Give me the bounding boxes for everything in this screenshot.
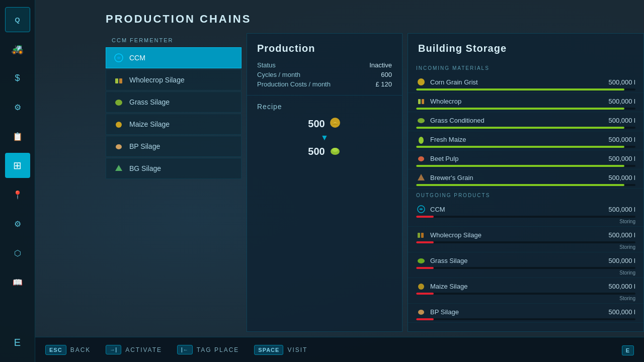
- tag-place-label: TAG PLACE: [197, 346, 239, 353]
- bp-silage-icon: [113, 141, 124, 152]
- page-title: PRODUCTION CHAINS: [35, 0, 644, 33]
- ccm-out-bar-fill: [416, 216, 434, 218]
- sidebar-item-production[interactable]: ⊞: [5, 153, 30, 178]
- svg-rect-1: [115, 78, 118, 83]
- storage-item-row: Grass Conditioned 500,000 l: [416, 115, 635, 125]
- storage-outgoing-wholecrop-silage: Wholecrop Silage 500,000 l Storing: [408, 227, 643, 252]
- incoming-label: INCOMING MATERIALS: [408, 61, 643, 74]
- svg-point-20: [418, 258, 425, 263]
- tag-place-action[interactable]: |← TAG PLACE: [177, 345, 239, 354]
- wholecrop-icon: [113, 74, 124, 85]
- chain-item-grass-silage[interactable]: Grass Silage: [106, 92, 242, 113]
- storage-item-row: Corn Grain Grist 500,000 l: [416, 77, 635, 87]
- chain-item-bp-silage[interactable]: BP Silage: [106, 136, 242, 157]
- maize-silage-out-name: Maize Silage: [430, 283, 467, 290]
- storage-item-left: Wholecrop: [416, 96, 461, 106]
- grass-silage-icon: [113, 97, 124, 108]
- grass-silage-out-name: Grass Silage: [430, 257, 467, 264]
- grass-silage-out-amount: 500,000 l: [609, 257, 636, 264]
- maize-silage-storing-label: Storing: [416, 296, 635, 301]
- building-storage-panel: Building Storage INCOMING MATERIALS Corn…: [408, 33, 644, 332]
- chain-item-wholecrop-silage[interactable]: Wholecrop Silage: [106, 69, 242, 90]
- storage-incoming-corn-grain: Corn Grain Grist 500,000 l: [408, 74, 643, 93]
- esc-key: ESC: [45, 345, 66, 355]
- sidebar-item-info[interactable]: 📖: [5, 269, 30, 295]
- status-row: Status Inactive: [257, 61, 392, 69]
- sidebar-item-quest[interactable]: Q: [5, 7, 30, 32]
- production-panel-title: Production: [247, 34, 402, 61]
- beet-pulp-icon: [416, 153, 426, 163]
- chain-item-ccm[interactable]: CCM: [106, 47, 242, 68]
- status-value: Inactive: [369, 61, 392, 69]
- e-key[interactable]: E: [622, 345, 634, 355]
- costs-label: Production Costs / month: [257, 80, 331, 88]
- left-panel: CCM FERMENTER CCM Wholecrop Silage: [106, 33, 242, 332]
- sidebar-item-tools[interactable]: ⚙: [5, 211, 30, 236]
- svg-rect-18: [418, 233, 420, 238]
- sidebar-item-map[interactable]: 📍: [5, 182, 30, 207]
- sidebar-item-farm[interactable]: 🚜: [5, 36, 30, 61]
- storage-title: Building Storage: [408, 34, 643, 61]
- svg-point-14: [419, 137, 424, 144]
- storage-item-row: Wholecrop Silage 500,000 l: [416, 230, 635, 240]
- cycles-row: Cycles / month 600: [257, 71, 392, 78]
- sidebar-item-machine[interactable]: ⚙: [5, 95, 30, 120]
- storage-item-row: CCM 500,000 l: [416, 204, 635, 214]
- content-area: CCM FERMENTER CCM Wholecrop Silage: [35, 33, 644, 362]
- storage-incoming-grass-conditioned: Grass Conditioned 500,000 l: [408, 112, 643, 131]
- brewers-grain-name: Brewer's Grain: [430, 174, 473, 182]
- storage-incoming-fresh-maize: Fresh Maize 500,000 l: [408, 131, 643, 150]
- status-label: Status: [257, 61, 276, 69]
- storage-item-row: Brewer's Grain 500,000 l: [416, 172, 635, 183]
- storage-item-row: Grass Silage 500,000 l: [416, 255, 635, 265]
- maize-silage-icon: [113, 119, 124, 130]
- activate-action[interactable]: →| ACTIVATE: [106, 345, 162, 354]
- wholecrop-silage-storing-label: Storing: [416, 244, 635, 250]
- grass-silage-out-icon: [416, 255, 426, 265]
- chain-item-maize-label: Maize Silage: [129, 120, 170, 128]
- wholecrop-silage-out-bar-fill: [416, 241, 434, 243]
- sidebar-item-finance[interactable]: $: [5, 65, 30, 90]
- fresh-maize-amount: 500,000 l: [609, 136, 636, 143]
- storage-content[interactable]: INCOMING MATERIALS Corn Grain Grist 500,…: [408, 61, 643, 331]
- sidebar-item-settings[interactable]: ⬡: [5, 240, 30, 265]
- svg-point-13: [418, 118, 425, 123]
- recipe-title: Recipe: [257, 103, 392, 111]
- grass-cond-icon: [416, 115, 426, 125]
- maize-silage-out-bar-bg: [416, 293, 635, 295]
- svg-point-4: [116, 122, 122, 128]
- production-stats: Status Inactive Cycles / month 600 Produ…: [247, 61, 402, 96]
- chain-item-wholecrop-label: Wholecrop Silage: [129, 76, 185, 84]
- bp-silage-out-icon: [416, 307, 426, 317]
- activate-key: →|: [106, 345, 121, 354]
- wholecrop-silage-out-bar-bg: [416, 241, 635, 243]
- svg-rect-19: [421, 233, 424, 238]
- storage-item-row: Beet Pulp 500,000 l: [416, 153, 635, 163]
- sidebar: Q 🚜 $ ⚙ 📋 ⊞ 📍 ⚙ ⬡ 📖 E: [0, 0, 35, 362]
- bottom-bar: ESC BACK →| ACTIVATE |← TAG PLACE SPACE …: [35, 337, 644, 362]
- sidebar-item-contracts[interactable]: 📋: [5, 124, 30, 149]
- storage-item-left: Fresh Maize: [416, 134, 466, 144]
- svg-marker-6: [115, 165, 122, 171]
- chain-item-bg-silage[interactable]: BG Silage: [106, 158, 242, 179]
- beet-pulp-bar-bg: [416, 165, 635, 167]
- visit-action[interactable]: SPACE VISIT: [254, 345, 307, 355]
- grass-cond-bar-fill: [416, 127, 624, 129]
- chain-item-maize-silage[interactable]: Maize Silage: [106, 114, 242, 135]
- corn-grain-bar-bg: [416, 88, 635, 90]
- sidebar-item-extra[interactable]: E: [5, 330, 30, 355]
- storage-item-left: CCM: [416, 204, 445, 214]
- storage-item-row: Fresh Maize 500,000 l: [416, 134, 635, 144]
- maize-silage-out-amount: 500,000 l: [609, 283, 636, 290]
- storage-item-row: Maize Silage 500,000 l: [416, 281, 635, 291]
- ccm-out-icon: [416, 204, 426, 214]
- wholecrop-silage-out-icon: [416, 230, 426, 240]
- storage-outgoing-ccm: CCM 500,000 l Storing: [408, 201, 643, 227]
- visit-label: VISIT: [287, 346, 307, 353]
- recipe-input-1: 500: [308, 117, 341, 131]
- storage-item-row: BP Silage 500,000 l: [416, 307, 635, 317]
- bp-silage-out-bar-bg: [416, 318, 635, 320]
- back-action[interactable]: ESC BACK: [45, 345, 91, 355]
- wholecrop-storage-icon: [416, 96, 426, 106]
- svg-rect-2: [119, 78, 122, 83]
